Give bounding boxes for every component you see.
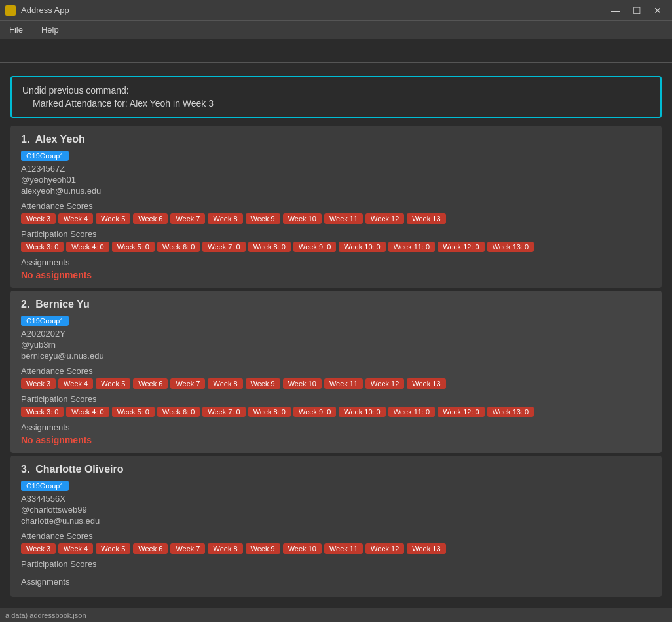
participation-tag[interactable]: Week 6: 0: [157, 242, 200, 252]
attendance-tag[interactable]: Week 10: [283, 378, 322, 389]
attendance-tag[interactable]: Week 9: [246, 378, 280, 389]
notification-box: Undid previous command: Marked Attendanc…: [10, 76, 662, 118]
student-name: 2. Bernice Yu: [21, 299, 651, 310]
student-email: alexyeoh@u.nus.edu: [21, 186, 651, 196]
attendance-tag[interactable]: Week 6: [133, 543, 168, 554]
menu-help[interactable]: Help: [37, 24, 63, 36]
participation-tag[interactable]: Week 8: 0: [248, 407, 291, 417]
attendance-tag[interactable]: Week 6: [133, 213, 168, 224]
participation-tag[interactable]: Week 6: 0: [157, 407, 200, 417]
student-card: 1. Alex Yeoh G19Group1 A1234567Z @yeohye…: [10, 126, 662, 288]
notification-detail: Marked Attendance for: Alex Yeoh in Week…: [22, 98, 650, 109]
participation-tag[interactable]: Week 10: 0: [339, 242, 385, 252]
participation-tag[interactable]: Week 5: 0: [112, 407, 155, 417]
student-email: charlotte@u.nus.edu: [21, 516, 651, 526]
participation-tag[interactable]: Week 5: 0: [112, 242, 155, 252]
window-title: Address App: [21, 5, 69, 15]
participation-tag[interactable]: Week 12: 0: [438, 407, 484, 417]
student-id: A3344556X: [21, 494, 651, 503]
attendance-tag[interactable]: Week 8: [208, 543, 242, 554]
student-id: A2020202Y: [21, 329, 651, 338]
attendance-tag[interactable]: Week 9: [246, 543, 280, 554]
attendance-tag[interactable]: Week 4: [58, 213, 93, 224]
attendance-tag[interactable]: Week 4: [58, 378, 93, 389]
attendance-tag[interactable]: Week 13: [407, 378, 445, 389]
maximize-button[interactable]: ☐: [627, 4, 646, 17]
participation-tag[interactable]: Week 13: 0: [487, 242, 534, 252]
participation-tag[interactable]: Week 9: 0: [293, 407, 336, 417]
participation-tag[interactable]: Week 7: 0: [202, 242, 245, 252]
attendance-tags-row: Week 3Week 4Week 5Week 6Week 7Week 8Week…: [21, 213, 651, 224]
group-badge[interactable]: G19Group1: [21, 481, 69, 491]
student-id: A1234567Z: [21, 164, 651, 174]
attendance-tag[interactable]: Week 8: [208, 378, 242, 389]
participation-tag[interactable]: Week 11: 0: [388, 407, 435, 417]
window-controls: — ☐ ✕: [607, 4, 667, 17]
attendance-tag[interactable]: Week 3: [21, 543, 56, 554]
attendance-tag[interactable]: Week 12: [365, 378, 404, 389]
group-badge[interactable]: G19Group1: [21, 151, 69, 161]
student-name: 3. Charlotte Oliveiro: [21, 464, 651, 475]
attendance-tag[interactable]: Week 11: [324, 213, 363, 224]
minimize-button[interactable]: —: [607, 4, 625, 17]
assignments-label: Assignments: [21, 257, 651, 267]
attendance-tag[interactable]: Week 7: [170, 543, 205, 554]
attendance-tag[interactable]: Week 5: [96, 213, 130, 224]
attendance-tag[interactable]: Week 13: [407, 213, 445, 224]
attendance-tag[interactable]: Week 9: [246, 213, 280, 224]
participation-tag[interactable]: Week 13: 0: [487, 407, 534, 417]
participation-tag[interactable]: Week 9: 0: [293, 242, 336, 252]
app-icon: [5, 5, 16, 16]
assignments-label: Assignments: [21, 422, 651, 432]
attendance-tag[interactable]: Week 3: [21, 213, 56, 224]
attendance-tag[interactable]: Week 11: [324, 378, 363, 389]
menu-file[interactable]: File: [5, 24, 27, 36]
participation-tag[interactable]: Week 8: 0: [248, 242, 291, 252]
student-card: 2. Bernice Yu G19Group1 A2020202Y @yub3r…: [10, 291, 662, 453]
attendance-tag[interactable]: Week 5: [96, 543, 130, 554]
assignments-label: Assignments: [21, 577, 651, 587]
attendance-tags-row: Week 3Week 4Week 5Week 6Week 7Week 8Week…: [21, 543, 651, 554]
no-assignments-label: No assignments: [21, 270, 651, 280]
participation-tag[interactable]: Week 4: 0: [66, 242, 109, 252]
participation-label: Participation Scores: [21, 229, 651, 239]
attendance-tag[interactable]: Week 10: [283, 543, 322, 554]
participation-tag[interactable]: Week 4: 0: [66, 407, 109, 417]
toolbar: [0, 39, 672, 63]
attendance-tag[interactable]: Week 4: [58, 543, 93, 554]
attendance-tag[interactable]: Week 10: [283, 213, 322, 224]
group-badge[interactable]: G19Group1: [21, 316, 69, 326]
title-bar-left: Address App: [5, 5, 69, 16]
student-card: 3. Charlotte Oliveiro G19Group1 A3344556…: [10, 456, 662, 597]
student-handle: @charlottsweb99: [21, 505, 651, 515]
participation-tag[interactable]: Week 12: 0: [438, 242, 484, 252]
menu-bar: File Help: [0, 21, 672, 39]
participation-tag[interactable]: Week 3: 0: [21, 242, 64, 252]
main-content[interactable]: Undid previous command: Marked Attendanc…: [0, 63, 672, 622]
student-handle: @yeohyeoh01: [21, 175, 651, 185]
attendance-tag[interactable]: Week 8: [208, 213, 242, 224]
participation-tags-row: Week 3: 0Week 4: 0Week 5: 0Week 6: 0Week…: [21, 407, 651, 417]
status-text: a.data) addressbook.json: [5, 612, 86, 619]
attendance-tag[interactable]: Week 11: [324, 543, 363, 554]
attendance-label: Attendance Scores: [21, 201, 651, 211]
attendance-tag[interactable]: Week 6: [133, 378, 168, 389]
close-button[interactable]: ✕: [648, 4, 667, 17]
attendance-tag[interactable]: Week 5: [96, 378, 130, 389]
participation-tag[interactable]: Week 7: 0: [202, 407, 245, 417]
attendance-tag[interactable]: Week 12: [365, 543, 404, 554]
participation-tags-row: Week 3: 0Week 4: 0Week 5: 0Week 6: 0Week…: [21, 242, 651, 252]
student-handle: @yub3rn: [21, 340, 651, 350]
participation-label: Participation Scores: [21, 559, 651, 569]
status-bar: a.data) addressbook.json: [0, 608, 672, 622]
attendance-tag[interactable]: Week 7: [170, 213, 205, 224]
participation-tag[interactable]: Week 11: 0: [388, 242, 435, 252]
attendance-tag[interactable]: Week 13: [407, 543, 445, 554]
attendance-label: Attendance Scores: [21, 531, 651, 541]
attendance-tag[interactable]: Week 7: [170, 378, 205, 389]
students-container: 1. Alex Yeoh G19Group1 A1234567Z @yeohye…: [0, 126, 672, 597]
participation-tag[interactable]: Week 3: 0: [21, 407, 64, 417]
attendance-tag[interactable]: Week 12: [365, 213, 404, 224]
attendance-tag[interactable]: Week 3: [21, 378, 56, 389]
participation-tag[interactable]: Week 10: 0: [339, 407, 385, 417]
